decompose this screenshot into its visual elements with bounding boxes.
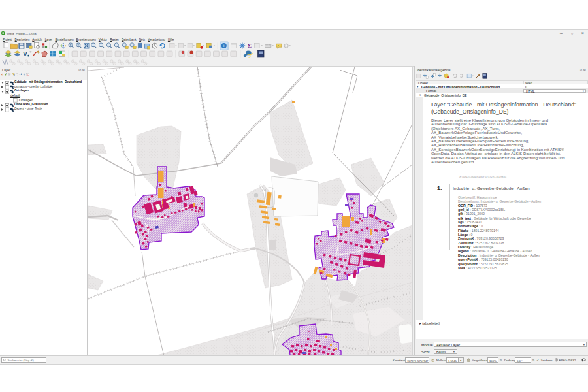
svg-text:Σ: Σ [247,42,252,50]
svg-text:V: V [23,51,27,57]
svg-text:i: i [223,44,224,48]
